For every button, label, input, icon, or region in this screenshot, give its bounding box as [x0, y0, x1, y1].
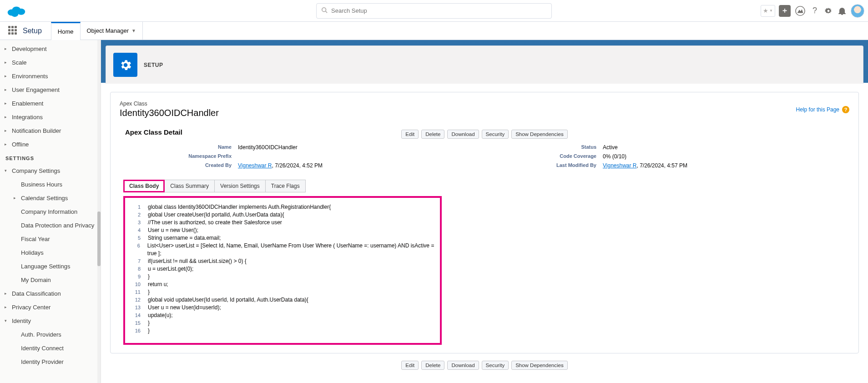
- help-link[interactable]: Help for this Page ?: [796, 106, 849, 113]
- sidebar-scrollbar[interactable]: [97, 40, 101, 383]
- sidebar-item-integrations[interactable]: ▸Integrations: [0, 110, 101, 124]
- action-button-row: EditDeleteDownloadSecurityShow Dependenc…: [120, 130, 849, 139]
- svg-point-3: [11, 11, 19, 16]
- sidebar-item-scale[interactable]: ▸Scale: [0, 55, 101, 69]
- setup-sidebar: ▸Development▸Scale▸Environments▸User Eng…: [0, 40, 101, 383]
- modified-by-user-link[interactable]: Vigneshwar R: [603, 162, 636, 169]
- favorites-button[interactable]: ★ ▼: [761, 5, 775, 17]
- chevron-right-icon: ▸: [5, 128, 10, 133]
- sidebar-item-identity[interactable]: ▾ Identity: [0, 314, 101, 328]
- code-line: 8u = userList.get(0);: [130, 265, 435, 273]
- sidebar-item-development[interactable]: ▸Development: [0, 42, 101, 55]
- sidebar-item-notification-builder[interactable]: ▸Notification Builder: [0, 124, 101, 137]
- sidebar-item-fiscal-year[interactable]: Fiscal Year: [0, 232, 101, 246]
- code-text: return u;: [148, 281, 168, 288]
- code-line: 11}: [130, 288, 435, 296]
- tab-version-settings[interactable]: Version Settings: [214, 180, 266, 192]
- sidebar-scroll-thumb[interactable]: [97, 212, 101, 266]
- app-name: Setup: [23, 27, 42, 35]
- delete-button[interactable]: Delete: [421, 130, 444, 139]
- line-number: 4: [130, 227, 141, 234]
- sidebar-item-label: Identity Provider: [21, 358, 64, 365]
- sidebar-item-user-engagement[interactable]: ▸User Engagement: [0, 83, 101, 96]
- security-button[interactable]: Security: [482, 361, 509, 370]
- field-value-coverage: 0% (0/10): [603, 153, 849, 160]
- page-subtitle: Apex Class: [120, 101, 219, 107]
- field-value-namespace: [238, 153, 484, 160]
- sidebar-item-label: Notification Builder: [12, 127, 61, 134]
- apex-class-card: Apex Class Identity360OIDCHandler Help f…: [110, 92, 859, 353]
- field-value-name: Identity360OIDCHandler: [238, 144, 484, 151]
- sidebar-item-calendar-settings[interactable]: ▸Calendar Settings: [0, 191, 101, 205]
- line-number: 14: [130, 312, 141, 319]
- sidebar-item-privacy-center[interactable]: ▸Privacy Center: [0, 300, 101, 314]
- svg-point-2: [17, 8, 25, 15]
- line-number: 6: [130, 242, 140, 257]
- field-value-status: Active: [603, 144, 849, 151]
- salesforce-logo[interactable]: [5, 4, 27, 18]
- setup-gear-icon[interactable]: [823, 6, 833, 16]
- sidebar-item-holidays[interactable]: Holidays: [0, 246, 101, 259]
- tab-class-summary[interactable]: Class Summary: [164, 180, 215, 192]
- plus-icon: ＋: [781, 6, 788, 15]
- security-button[interactable]: Security: [482, 130, 509, 139]
- global-header: ★ ▼ ＋ ?: [0, 0, 868, 22]
- code-text: User u = new User(id=userId);: [148, 304, 221, 312]
- global-add-button[interactable]: ＋: [779, 5, 791, 17]
- search-input[interactable]: [328, 7, 547, 14]
- sidebar-item-auth-providers[interactable]: Auth. Providers: [0, 328, 101, 341]
- sidebar-item-company-information[interactable]: Company Information: [0, 205, 101, 218]
- code-line: 9}: [130, 273, 435, 281]
- detail-tabs: Class BodyClass SummaryVersion SettingsT…: [123, 180, 849, 192]
- sidebar-item-identity-provider[interactable]: Identity Provider: [0, 355, 101, 368]
- nav-tab-home[interactable]: Home: [51, 22, 81, 40]
- sidebar-item-my-domain[interactable]: My Domain: [0, 273, 101, 287]
- help-icon[interactable]: ?: [810, 6, 820, 16]
- sidebar-item-business-hours[interactable]: Business Hours: [0, 177, 101, 191]
- nav-tab-object-manager[interactable]: Object Manager ▼: [81, 22, 143, 40]
- line-number: 16: [130, 327, 141, 335]
- line-number: 12: [130, 296, 141, 304]
- help-icon: ?: [842, 106, 849, 113]
- show-dependencies-button[interactable]: Show Dependencies: [511, 130, 568, 139]
- code-line: 14update(u);: [130, 312, 435, 319]
- download-button[interactable]: Download: [447, 130, 479, 139]
- sidebar-item-label: Fiscal Year: [21, 236, 50, 242]
- created-by-user-link[interactable]: Vigneshwar R: [238, 162, 272, 169]
- sidebar-item-enablement[interactable]: ▸Enablement: [0, 96, 101, 110]
- app-launcher-icon[interactable]: [8, 26, 18, 36]
- code-line: 2global User createUser(Id portalId, Aut…: [130, 211, 435, 219]
- tab-class-body[interactable]: Class Body: [123, 180, 165, 192]
- sidebar-item-offline[interactable]: ▸Offline: [0, 137, 101, 151]
- sidebar-item-data-protection-and-privacy[interactable]: Data Protection and Privacy: [0, 218, 101, 232]
- sidebar-header-settings: SETTINGS: [0, 151, 101, 164]
- show-dependencies-button[interactable]: Show Dependencies: [511, 361, 568, 370]
- code-line: 12global void updateUser(Id userId, Id p…: [130, 296, 435, 304]
- sidebar-item-identity-connect[interactable]: Identity Connect: [0, 341, 101, 355]
- svg-line-5: [326, 11, 328, 13]
- sidebar-item-environments[interactable]: ▸Environments: [0, 69, 101, 83]
- trailhead-icon[interactable]: [794, 5, 806, 17]
- user-avatar[interactable]: [851, 4, 864, 18]
- sidebar-item-label: Auth. Providers: [21, 331, 61, 338]
- sidebar-item-label: Data Protection and Privacy: [21, 222, 94, 229]
- global-search[interactable]: [316, 3, 552, 19]
- sidebar-item-data-classification[interactable]: ▸Data Classification: [0, 287, 101, 300]
- setup-gear-icon: [113, 53, 137, 77]
- chevron-right-icon: ▸: [5, 60, 10, 65]
- edit-button[interactable]: Edit: [401, 361, 419, 370]
- notifications-bell-icon[interactable]: [837, 6, 847, 16]
- chevron-right-icon: ▸: [5, 115, 10, 119]
- code-text: String username = data.email;: [148, 234, 221, 242]
- chevron-down-icon: ▼: [131, 28, 136, 33]
- sidebar-item-company-settings[interactable]: ▾ Company Settings: [0, 164, 101, 177]
- download-button[interactable]: Download: [447, 361, 479, 370]
- edit-button[interactable]: Edit: [401, 130, 419, 139]
- chevron-right-icon: ▸: [5, 305, 10, 309]
- code-line: 13User u = new User(id=userId);: [130, 304, 435, 312]
- code-text: global class Identity360OIDCHandler impl…: [148, 203, 331, 211]
- delete-button[interactable]: Delete: [421, 361, 444, 370]
- tab-trace-flags[interactable]: Trace Flags: [265, 180, 306, 192]
- svg-point-4: [322, 8, 326, 12]
- sidebar-item-language-settings[interactable]: Language Settings: [0, 259, 101, 273]
